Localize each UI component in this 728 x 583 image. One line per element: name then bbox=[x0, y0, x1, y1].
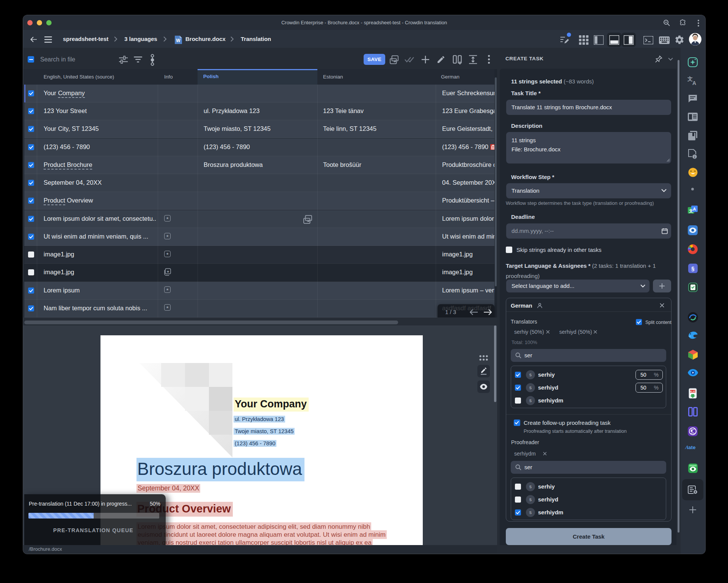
svg-text:A: A bbox=[692, 80, 696, 86]
svg-text:i: i bbox=[694, 155, 695, 159]
svg-text:KLAT: KLAT bbox=[690, 390, 696, 393]
svg-text:A: A bbox=[693, 207, 696, 211]
svg-text:§: § bbox=[691, 265, 694, 272]
svg-text:文: 文 bbox=[687, 76, 693, 82]
svg-text:W: W bbox=[176, 38, 180, 43]
svg-text:★: ★ bbox=[166, 270, 169, 273]
svg-text:文: 文 bbox=[689, 209, 693, 213]
